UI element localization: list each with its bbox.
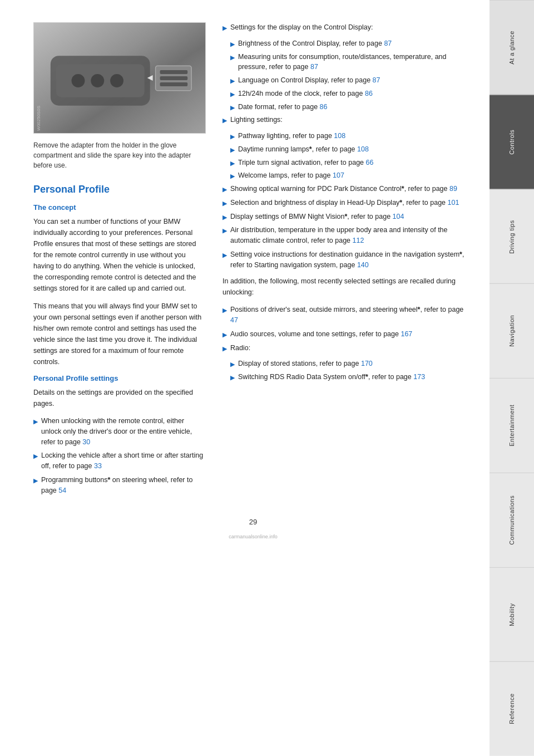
page-number: 29 <box>33 518 473 532</box>
left-column: W00250S0S Remove the adapter from the ho… <box>33 22 206 501</box>
list-item: ▶ Radio: <box>222 343 473 354</box>
list-item-text: Lighting settings: <box>230 115 283 125</box>
bullet-arrow-icon: ▶ <box>222 306 227 315</box>
list-item-text: Triple turn signal activation, refer to … <box>238 158 373 168</box>
page-link-54[interactable]: 54 <box>58 487 66 494</box>
svg-rect-8 <box>160 76 188 80</box>
bullet-arrow-icon: ▶ <box>222 185 227 194</box>
sidebar-tab-label: Mobility <box>508 603 515 626</box>
list-item: ▶ Programming buttons* on steering wheel… <box>33 475 206 496</box>
sidebar-tab-communications[interactable]: Communications <box>490 473 534 567</box>
bullet-arrow-icon: ▶ <box>222 23 227 33</box>
image-placeholder <box>34 23 205 133</box>
page-link-66[interactable]: 66 <box>366 159 374 166</box>
bullet-arrow-icon: ▶ <box>230 76 235 86</box>
sidebar-tab-navigation[interactable]: Navigation <box>490 283 534 378</box>
list-item-text: Audio sources, volume and tone settings,… <box>230 329 412 340</box>
list-item-text: Display settings of BMW Night Vision*, r… <box>230 212 404 222</box>
bullet-arrow-icon: ▶ <box>230 360 235 369</box>
page-link-89[interactable]: 89 <box>449 185 457 193</box>
settings-intro: Details on the settings are provided on … <box>33 387 206 409</box>
bullet-arrow-icon: ▶ <box>33 451 38 461</box>
list-item-text: Pathway lighting, refer to page 108 <box>238 131 345 141</box>
sidebar-tab-mobility[interactable]: Mobility <box>490 567 534 662</box>
right-column: ▶ Settings for the display on the Contro… <box>222 22 473 501</box>
page-link-30[interactable]: 30 <box>82 438 90 446</box>
list-item-text: Date format, refer to page 86 <box>238 102 328 112</box>
two-column-layout: W00250S0S Remove the adapter from the ho… <box>33 22 473 501</box>
sidebar-tab-label: At a glance <box>508 31 515 65</box>
watermark: carmanualsonline.info <box>33 534 473 539</box>
sidebar-tab-entertainment[interactable]: Entertainment <box>490 378 534 473</box>
list-item: ▶ Switching RDS Radio Data System on/off… <box>230 372 473 382</box>
page-link-47[interactable]: 47 <box>230 316 238 324</box>
image-caption: Remove the adapter from the holder in th… <box>33 140 206 170</box>
page-link-112[interactable]: 112 <box>353 237 364 244</box>
list-item: ▶ Welcome lamps, refer to page 107 <box>230 170 473 181</box>
list-item: ▶ Showing optical warning for PDC Park D… <box>222 184 473 194</box>
page-link-86b[interactable]: 86 <box>320 103 328 111</box>
right-top-list: ▶ Settings for the display on the Contro… <box>222 22 473 33</box>
page-link-87c[interactable]: 87 <box>373 76 380 84</box>
page-link-167[interactable]: 167 <box>400 330 412 338</box>
svg-rect-9 <box>160 82 188 86</box>
page-link-107[interactable]: 107 <box>333 171 344 179</box>
sidebar-tab-label: Controls <box>508 130 515 155</box>
list-item: ▶ Setting voice instructions for destina… <box>222 249 473 271</box>
list-item-text: When unlocking with the remote control, … <box>41 416 206 447</box>
car-svg <box>34 22 205 134</box>
sidebar-tab-reference[interactable]: Reference <box>490 661 534 756</box>
list-item: ▶ Daytime running lamps*, refer to page … <box>230 144 473 155</box>
list-item: ▶ 12h/24h mode of the clock, refer to pa… <box>230 89 473 99</box>
left-settings-list: ▶ When unlocking with the remote control… <box>33 416 206 495</box>
page-link-108a[interactable]: 108 <box>334 132 345 140</box>
list-item-text: Locking the vehicle after a short time o… <box>41 450 206 472</box>
page-link-33[interactable]: 33 <box>94 462 102 470</box>
other-settings-list: ▶ Showing optical warning for PDC Park D… <box>222 184 473 270</box>
list-item: ▶ Brightness of the Control Display, ref… <box>230 38 473 49</box>
personal-profile-title: Personal Profile <box>33 184 206 195</box>
sidebar-tab-driving-tips[interactable]: Driving tips <box>490 189 534 284</box>
sidebar-tab-at-a-glance[interactable]: At a glance <box>490 0 534 95</box>
list-item: ▶ Air distribution, temperature in the u… <box>222 225 473 246</box>
svg-point-4 <box>91 74 104 87</box>
recalled-settings-list: ▶ Positions of driver's seat, outside mi… <box>222 305 473 353</box>
image-watermark: W00250S0S <box>36 106 41 131</box>
radio-sub-list: ▶ Display of stored stations, refer to p… <box>230 359 473 382</box>
bullet-arrow-icon: ▶ <box>222 344 227 354</box>
bullet-arrow-icon: ▶ <box>33 417 38 426</box>
lighting-settings-list: ▶ Pathway lighting, refer to page 108 ▶ … <box>230 131 473 181</box>
sidebar-tab-label: Reference <box>508 694 515 724</box>
sidebar-tab-controls[interactable]: Controls <box>490 95 534 189</box>
list-item-text: Language on Control Display, refer to pa… <box>238 75 380 86</box>
settings-subtitle: Personal Profile settings <box>33 374 206 382</box>
page-link-101[interactable]: 101 <box>448 199 459 207</box>
page-link-140[interactable]: 140 <box>357 261 369 269</box>
list-item: ▶ Language on Control Display, refer to … <box>230 75 473 86</box>
list-item-text: Daytime running lamps*, refer to page 10… <box>238 144 369 155</box>
bullet-arrow-icon: ▶ <box>230 132 235 141</box>
sidebar-tab-label: Navigation <box>508 315 515 347</box>
sidebar-tabs: At a glance Controls Driving tips Naviga… <box>490 0 534 756</box>
bullet-arrow-icon: ▶ <box>230 40 235 49</box>
bullet-arrow-icon: ▶ <box>222 213 227 222</box>
page-link-86a[interactable]: 86 <box>365 90 373 97</box>
bullet-arrow-icon: ▶ <box>230 373 235 382</box>
list-item: ▶ Triple turn signal activation, refer t… <box>230 158 473 168</box>
bullet-arrow-icon: ▶ <box>230 90 235 99</box>
bullet-arrow-icon: ▶ <box>230 103 235 112</box>
page-link-104[interactable]: 104 <box>393 213 404 220</box>
list-item: ▶ Lighting settings: <box>222 115 473 125</box>
page-link-173[interactable]: 173 <box>413 373 425 381</box>
page-link-170[interactable]: 170 <box>361 360 373 367</box>
sidebar-tab-label: Entertainment <box>508 405 515 446</box>
bullet-arrow-icon: ▶ <box>222 116 227 125</box>
page-link-87a[interactable]: 87 <box>384 40 392 47</box>
list-item: ▶ Positions of driver's seat, outside mi… <box>222 305 473 326</box>
bullet-arrow-icon: ▶ <box>230 145 235 155</box>
list-item-text: Brightness of the Control Display, refer… <box>238 38 392 49</box>
page-link-108b[interactable]: 108 <box>357 145 369 153</box>
list-item: ▶ Date format, refer to page 86 <box>230 102 473 112</box>
page-link-87b[interactable]: 87 <box>310 63 318 71</box>
list-item-text: Radio: <box>230 343 250 354</box>
